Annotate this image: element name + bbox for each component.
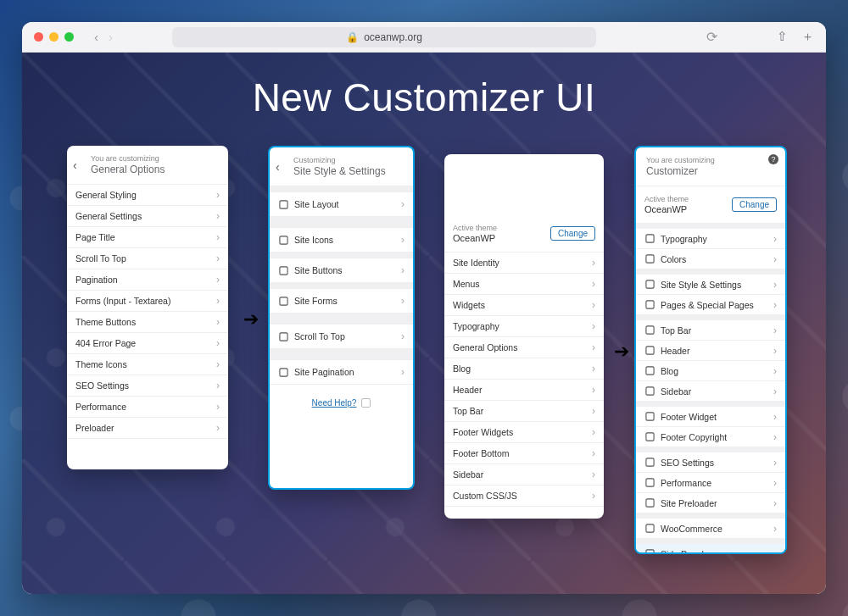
item-label: Site Pagination (294, 367, 401, 377)
new-tab-icon[interactable]: ＋ (801, 29, 814, 45)
item-label: Footer Bottom (453, 448, 592, 458)
back-icon[interactable]: ‹ (276, 160, 280, 174)
item-label: Top Bar (453, 406, 592, 416)
section-icon (644, 412, 655, 422)
list-item[interactable]: Sidebar› (444, 464, 604, 486)
list-item[interactable]: Pagination› (67, 269, 228, 291)
svg-rect-5 (279, 368, 287, 375)
section-icon (644, 524, 655, 534)
list-item[interactable]: Performance› (67, 397, 228, 418)
svg-rect-14 (645, 413, 653, 420)
list-item[interactable]: Footer Copyright› (636, 427, 785, 447)
section-icon (644, 498, 655, 508)
list-item[interactable]: SEO Settings› (67, 375, 228, 397)
list-item[interactable]: Sidebar› (636, 381, 785, 402)
list-item[interactable]: Site Preloader› (636, 493, 785, 513)
svg-rect-13 (645, 387, 653, 395)
item-label: Sidebar (661, 386, 773, 397)
share-icon[interactable]: ⇧ (777, 29, 788, 45)
minimize-icon[interactable] (49, 32, 59, 42)
list-item[interactable]: Side Panel› (636, 544, 785, 554)
chevron-right-icon: › (401, 264, 404, 276)
list-item[interactable]: Footer Widget› (636, 407, 785, 427)
item-label: Site Forms (294, 296, 401, 306)
list-item[interactable]: General Options› (444, 337, 604, 358)
item-label: Site Preloader (661, 498, 773, 508)
list-item[interactable]: General Settings› (67, 206, 228, 227)
list-item[interactable]: Widgets› (444, 295, 604, 316)
list-item[interactable]: Pages & Special Pages› (636, 295, 785, 315)
list-item[interactable]: Site Layout› (270, 191, 413, 217)
chevron-right-icon: › (592, 405, 595, 417)
chevron-right-icon: › (216, 422, 220, 434)
list-item[interactable]: SEO Settings› (636, 452, 785, 473)
close-icon[interactable] (34, 32, 43, 42)
help-link[interactable]: Need Help? (270, 385, 413, 421)
list-item[interactable]: Top Bar› (636, 320, 785, 341)
back-icon[interactable]: ‹ (73, 158, 77, 172)
change-theme-button[interactable]: Change (550, 226, 595, 241)
item-label: SEO Settings (661, 458, 773, 468)
maximize-icon[interactable] (64, 32, 74, 42)
list-item[interactable]: Colors› (636, 249, 785, 269)
list-item[interactable]: Page Title› (67, 227, 228, 248)
list-item[interactable]: Custom CSS/JS› (444, 486, 604, 507)
chevron-right-icon: › (592, 299, 595, 311)
chevron-right-icon: › (401, 366, 404, 378)
panel-header: You are customizing Customizer ? (636, 147, 785, 186)
list-item[interactable]: Site Identity› (444, 253, 604, 274)
svg-rect-11 (645, 347, 653, 354)
reload-icon[interactable]: ⟳ (706, 29, 717, 45)
forward-icon[interactable]: › (109, 30, 113, 44)
back-icon[interactable]: ‹ (94, 30, 98, 44)
list-item[interactable]: Site Style & Settings› (636, 275, 785, 295)
chevron-right-icon: › (773, 299, 777, 311)
traffic-lights (34, 32, 74, 42)
list-item[interactable]: General Styling› (67, 185, 228, 206)
list-item[interactable]: Theme Buttons› (67, 312, 228, 333)
list-item[interactable]: Header› (444, 380, 604, 401)
list-item[interactable]: Top Bar› (444, 401, 604, 422)
list-item[interactable]: Preloader› (67, 418, 228, 439)
list-item[interactable]: Typography› (636, 229, 785, 249)
list-item[interactable]: Forms (Input - Textarea)› (67, 291, 228, 312)
list-item[interactable]: WooCommerce› (636, 519, 785, 539)
url-bar[interactable]: 🔒 oceanwp.org (172, 27, 596, 47)
list-item[interactable]: 404 Error Page› (67, 333, 228, 354)
item-label: Theme Buttons (75, 317, 216, 327)
list-item[interactable]: Header› (636, 341, 785, 361)
list-item[interactable]: Theme Icons› (67, 354, 228, 375)
list-item[interactable]: Site Pagination› (270, 359, 413, 385)
section-icon (644, 280, 655, 290)
svg-rect-19 (645, 524, 653, 532)
list-item[interactable]: Site Forms› (270, 288, 413, 314)
list-item[interactable]: Blog› (444, 358, 604, 380)
chevron-right-icon: › (773, 523, 777, 535)
section-icon (644, 234, 655, 244)
svg-rect-20 (645, 550, 653, 554)
browser-window: ‹ › 🔒 oceanwp.org ⟳ ⇧ ＋ New Customizer U… (22, 22, 826, 594)
list-item[interactable]: Footer Bottom› (444, 443, 604, 464)
list-item[interactable]: Site Icons› (270, 227, 413, 253)
list-item[interactable]: Blog› (636, 361, 785, 381)
list-item[interactable]: Menus› (444, 274, 604, 295)
list-item[interactable]: Performance› (636, 473, 785, 493)
list-item[interactable]: Scroll To Top› (67, 248, 228, 269)
list-item[interactable]: Site Buttons› (270, 258, 413, 283)
list-item[interactable]: Scroll To Top› (270, 324, 413, 349)
help-icon[interactable]: ? (768, 154, 778, 164)
list-item[interactable]: Footer Widgets› (444, 422, 604, 443)
section-icon (644, 346, 655, 356)
arrow-icon: ➔ (614, 341, 629, 363)
eyebrow: You are customizing (91, 154, 218, 163)
change-theme-button[interactable]: Change (732, 197, 777, 212)
item-label: 404 Error Page (75, 338, 216, 348)
item-label: Performance (661, 478, 773, 488)
chevron-right-icon: › (773, 345, 777, 357)
list-item[interactable]: Typography› (444, 316, 604, 337)
item-label: Header (661, 346, 773, 356)
panel-header: ‹ Customizing Site Style & Settings (270, 147, 413, 186)
arrow-icon: ➔ (243, 308, 259, 330)
item-label: Top Bar (661, 325, 773, 336)
chevron-right-icon: › (401, 330, 404, 342)
